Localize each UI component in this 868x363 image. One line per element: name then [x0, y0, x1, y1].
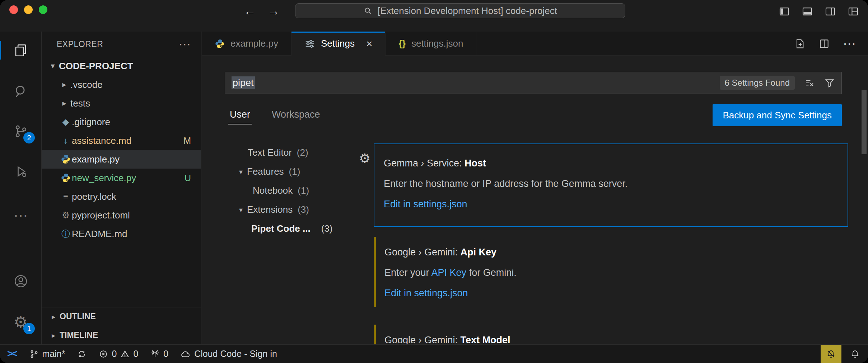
tree-item-assistance-md[interactable]: ↓ assistance.md M — [42, 131, 201, 150]
toggle-primary-sidebar-icon[interactable] — [778, 5, 790, 18]
results-count-badge: 6 Settings Found — [720, 76, 795, 90]
settings-scope-tabs: User Workspace — [228, 106, 322, 127]
bell-icon — [850, 349, 860, 359]
toggle-secondary-sidebar-icon[interactable] — [824, 5, 836, 18]
setting-actions-gear-icon[interactable]: ⚙ — [359, 151, 370, 166]
tree-item-poetry-lock[interactable]: ≡ poetry.lock — [42, 187, 201, 206]
toc-extensions[interactable]: ▾ Extensions (3) — [225, 200, 361, 219]
minimize-window-button[interactable] — [24, 5, 33, 14]
settings-sliders-icon — [304, 38, 315, 49]
tab-settings[interactable]: Settings × — [291, 32, 386, 56]
git-branch-icon — [29, 349, 39, 359]
branch-status-item[interactable]: main* — [29, 349, 65, 359]
activity-search-button[interactable] — [0, 73, 41, 109]
customize-layout-icon[interactable] — [847, 5, 859, 18]
layout-controls — [778, 4, 859, 19]
tree-item-example-py[interactable]: example.py — [42, 150, 201, 169]
explorer-actions-icon[interactable]: ⋯ — [179, 37, 191, 51]
backup-sync-settings-button[interactable]: Backup and Sync Settings — [713, 104, 842, 126]
tree-root-code-project[interactable]: ▾ CODE-PROJECT — [42, 57, 201, 75]
activity-explorer-button[interactable] — [0, 32, 41, 68]
file-label: .vscode — [70, 79, 103, 90]
maximize-window-button[interactable] — [39, 5, 47, 14]
activity-settings-button[interactable]: ⚙ 1 — [0, 304, 41, 340]
chevron-down-icon: ▾ — [235, 168, 247, 176]
tree-item-new-service-py[interactable]: new_service.py U — [42, 169, 201, 187]
chevron-right-icon: ▸ — [47, 312, 60, 321]
errors-count: 0 — [112, 349, 117, 359]
run-and-debug-icon — [14, 164, 28, 179]
outline-section-header[interactable]: ▸ OUTLINE — [42, 307, 201, 326]
toc-text-editor[interactable]: Text Editor (2) — [225, 143, 361, 162]
toc-label: Notebook — [253, 185, 293, 196]
close-tab-icon[interactable]: × — [366, 38, 373, 50]
api-key-link[interactable]: API Key — [431, 267, 467, 278]
sidebar-title: EXPLORER — [57, 39, 103, 49]
setting-gemma-service-host[interactable]: Gemma › Service: Host Enter the hostname… — [374, 143, 848, 227]
editor-actions: ⋯ — [794, 32, 868, 56]
tree-item-readme-md[interactable]: ⓘ README.md — [42, 225, 201, 243]
ports-status-item[interactable]: 0 — [150, 349, 168, 359]
split-editor-icon[interactable] — [818, 38, 830, 50]
toc-count: (2) — [297, 147, 308, 158]
setting-google-gemini-text-model[interactable]: Google › Gemini: Text Model — [374, 325, 848, 344]
window-controls — [9, 5, 47, 14]
notifications-bell-button[interactable] — [847, 345, 868, 363]
bell-slash-icon — [826, 349, 836, 359]
tab-example-py[interactable]: example.py — [202, 32, 291, 56]
file-label: assistance.md — [72, 135, 131, 146]
do-not-disturb-status[interactable] — [821, 345, 841, 363]
git-icon: ◆ — [60, 117, 72, 127]
tree-item-gitignore[interactable]: ◆ .gitignore — [42, 113, 201, 131]
python-icon — [215, 39, 225, 49]
edit-in-settings-json-link[interactable]: Edit in settings.json — [384, 288, 848, 299]
sidebar-header: EXPLORER ⋯ — [42, 32, 201, 57]
cloud-icon — [181, 349, 191, 359]
account-icon — [13, 274, 28, 289]
toc-notebook[interactable]: Notebook (1) — [225, 181, 361, 200]
tree-item-pyproject-toml[interactable]: ⚙ pyproject.toml — [42, 206, 201, 225]
toc-count: (1) — [289, 166, 300, 177]
activity-run-debug-button[interactable] — [0, 154, 41, 189]
timeline-label: TIMELINE — [60, 330, 98, 340]
tree-item-vscode[interactable]: ▸ .vscode — [42, 75, 201, 94]
settings-search-input[interactable]: pipet 6 Settings Found — [225, 72, 842, 94]
more-actions-icon[interactable]: ⋯ — [843, 36, 856, 51]
scope-tab-user[interactable]: User — [228, 109, 252, 124]
clear-search-icon[interactable] — [804, 77, 815, 88]
activity-accounts-button[interactable] — [0, 263, 41, 299]
activity-source-control-button[interactable]: 2 — [0, 113, 41, 149]
forward-button[interactable]: → — [266, 3, 281, 19]
cloud-code-label: Cloud Code - Sign in — [194, 349, 277, 359]
toc-count: (3) — [298, 204, 309, 215]
file-label: new_service.py — [72, 173, 136, 184]
setting-google-gemini-api-key[interactable]: Google › Gemini: Api Key Enter your API … — [374, 237, 848, 307]
setting-title: Gemma › Service: Host — [384, 158, 848, 169]
setting-description: Enter your API Key for Gemini. — [384, 267, 848, 278]
tab-settings-json[interactable]: {} settings.json — [386, 32, 476, 56]
toc-label: Pipet Code ... — [251, 223, 311, 234]
toc-pipet-code[interactable]: Pipet Code ... (3) — [225, 219, 361, 238]
tree-item-tests[interactable]: ▸ tests — [42, 94, 201, 113]
settings-scrollbar[interactable] — [862, 90, 867, 154]
toc-features[interactable]: ▾ Features (1) — [225, 162, 361, 181]
close-window-button[interactable] — [9, 5, 18, 14]
explorer-sidebar: EXPLORER ⋯ ▾ CODE-PROJECT ▸ .vscode ▸ te… — [42, 32, 201, 344]
sync-status-item[interactable] — [77, 349, 87, 359]
open-settings-json-icon[interactable] — [794, 38, 806, 50]
filter-funnel-icon[interactable] — [824, 77, 835, 88]
back-button[interactable]: ← — [243, 3, 257, 19]
remote-indicator[interactable]: >< — [5, 348, 17, 359]
file-label: pyproject.toml — [72, 210, 130, 221]
cloud-code-status-item[interactable]: Cloud Code - Sign in — [181, 349, 277, 359]
edit-in-settings-json-link[interactable]: Edit in settings.json — [384, 199, 848, 210]
problems-status-item[interactable]: 0 0 — [99, 349, 138, 359]
toggle-panel-icon[interactable] — [801, 5, 813, 18]
command-center[interactable]: [Extension Development Host] code-projec… — [295, 3, 625, 18]
chevron-right-icon: ▸ — [58, 99, 70, 108]
scope-tab-workspace[interactable]: Workspace — [270, 109, 322, 124]
timeline-section-header[interactable]: ▸ TIMELINE — [42, 326, 201, 344]
activity-more-button[interactable]: ⋯ — [0, 197, 41, 233]
settings-editor: pipet 6 Settings Found User Workspace Ba… — [202, 56, 868, 344]
setting-title: Google › Gemini: Text Model — [384, 335, 848, 344]
